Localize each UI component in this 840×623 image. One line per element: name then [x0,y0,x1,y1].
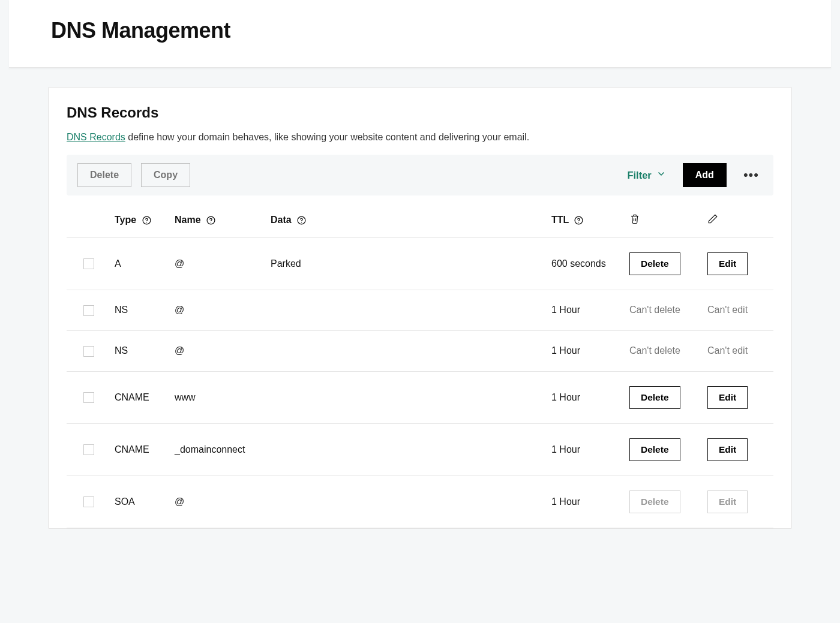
records-table: Type Name Data [67,201,773,528]
row-checkbox[interactable] [83,258,94,269]
filter-label: Filter [627,170,651,181]
table-row: CNAME_domainconnect1 HourDeleteEdit [67,423,773,475]
row-delete-button[interactable]: Delete [629,438,680,461]
dns-records-card: DNS Records DNS Records define how your … [48,87,792,529]
cell-edit: Edit [701,475,773,528]
cell-ttl: 1 Hour [545,371,623,423]
svg-point-5 [301,222,302,223]
bulk-copy-button[interactable]: Copy [141,163,190,187]
cell-name: @ [169,475,265,528]
cell-data [265,423,545,475]
dns-records-link[interactable]: DNS Records [67,132,125,142]
content: DNS Records DNS Records define how your … [0,68,840,553]
help-icon[interactable] [206,215,216,225]
cell-type: CNAME [109,371,169,423]
col-header-data: Data [265,201,545,238]
row-delete-button[interactable]: Delete [629,252,680,275]
svg-point-1 [146,222,146,223]
row-edit-button[interactable]: Edit [707,438,748,461]
cant-edit-text: Can't edit [707,345,748,356]
filter-button[interactable]: Filter [627,169,665,181]
cell-type: NS [109,330,169,371]
row-edit-button[interactable]: Edit [707,386,748,409]
col-header-type-label: Type [115,215,136,225]
table-header-row: Type Name Data [67,201,773,238]
cell-name: @ [169,238,265,290]
cell-type: CNAME [109,423,169,475]
row-checkbox[interactable] [83,444,94,455]
cant-delete-text: Can't delete [629,305,680,315]
row-select-cell [67,371,109,423]
cell-data [265,475,545,528]
toolbar-left: Delete Copy [77,163,190,187]
cell-edit: Edit [701,423,773,475]
bulk-delete-button[interactable]: Delete [77,163,131,187]
cell-ttl: 600 seconds [545,238,623,290]
cell-delete: Delete [623,371,701,423]
row-select-cell [67,330,109,371]
cell-data [265,330,545,371]
row-checkbox[interactable] [83,496,94,507]
cell-type: SOA [109,475,169,528]
row-select-cell [67,475,109,528]
table-row: NS@1 HourCan't deleteCan't edit [67,330,773,371]
col-header-select [67,201,109,238]
col-header-ttl-label: TTL [551,215,569,225]
table-row: A@Parked600 secondsDeleteEdit [67,238,773,290]
trash-icon [629,216,640,226]
col-header-edit [701,201,773,238]
cell-ttl: 1 Hour [545,290,623,331]
pencil-icon [707,216,718,226]
cell-ttl: 1 Hour [545,330,623,371]
cell-data [265,290,545,331]
cell-data [265,371,545,423]
svg-point-7 [578,222,579,223]
row-select-cell [67,423,109,475]
cell-edit: Can't edit [701,290,773,331]
toolbar-right: Filter Add ••• [627,163,763,187]
cell-delete: Delete [623,238,701,290]
row-edit-button[interactable]: Edit [707,252,748,275]
cell-delete: Delete [623,423,701,475]
table-row: SOA@1 HourDeleteEdit [67,475,773,528]
records-heading: DNS Records [67,104,773,121]
cant-edit-text: Can't edit [707,305,748,315]
row-checkbox[interactable] [83,392,94,403]
row-edit-button-disabled: Edit [707,490,748,513]
row-checkbox[interactable] [83,346,94,357]
help-icon[interactable] [574,215,584,225]
help-icon[interactable] [296,215,307,225]
col-header-name-label: Name [175,215,201,225]
page-header: DNS Management [9,0,831,68]
cell-name: @ [169,290,265,331]
chevron-down-icon [656,169,666,181]
help-icon[interactable] [142,215,152,225]
cell-edit: Edit [701,371,773,423]
add-record-button[interactable]: Add [683,163,727,187]
cell-ttl: 1 Hour [545,423,623,475]
col-header-type: Type [109,201,169,238]
cell-delete: Delete [623,475,701,528]
page-title: DNS Management [51,18,801,43]
cell-data: Parked [265,238,545,290]
col-header-ttl: TTL [545,201,623,238]
row-checkbox[interactable] [83,305,94,316]
col-header-delete [623,201,701,238]
cell-name: _domainconnect [169,423,265,475]
cell-name: www [169,371,265,423]
row-delete-button[interactable]: Delete [629,386,680,409]
svg-point-3 [211,222,211,223]
row-select-cell [67,290,109,331]
row-delete-button-disabled: Delete [629,490,680,513]
records-description: DNS Records define how your domain behav… [67,132,773,143]
cell-name: @ [169,330,265,371]
more-actions-button[interactable]: ••• [743,168,763,182]
row-select-cell [67,238,109,290]
cell-ttl: 1 Hour [545,475,623,528]
records-description-text: define how your domain behaves, like sho… [125,132,529,142]
cell-type: A [109,238,169,290]
cant-delete-text: Can't delete [629,345,680,356]
table-row: NS@1 HourCan't deleteCan't edit [67,290,773,331]
table-row: CNAMEwww1 HourDeleteEdit [67,371,773,423]
records-toolbar: Delete Copy Filter Add ••• [67,155,773,195]
